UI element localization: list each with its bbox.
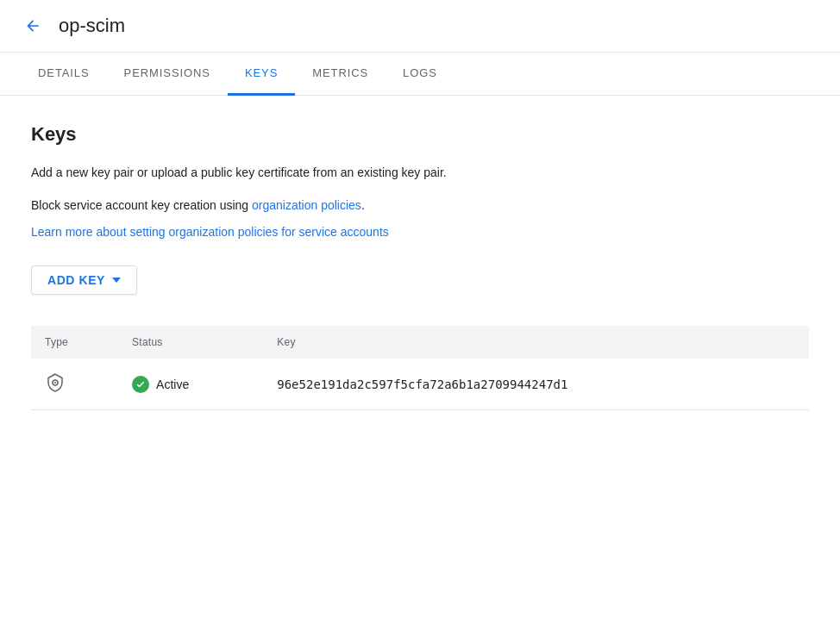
learn-more-link[interactable]: Learn more about setting organization po…	[31, 222, 809, 241]
add-key-button[interactable]: ADD KEY	[31, 265, 137, 295]
json-key-icon	[45, 372, 66, 393]
tab-metrics[interactable]: METRICS	[295, 53, 386, 96]
header: op-scim	[0, 0, 840, 53]
keys-table: Type Status Key	[31, 326, 809, 410]
cell-type	[31, 359, 118, 410]
status-cell: Active	[132, 376, 249, 393]
status-check-icon	[132, 376, 149, 393]
tab-details[interactable]: DETAILS	[21, 53, 107, 96]
policy-text: Block service account key creation using…	[31, 196, 809, 215]
svg-point-1	[54, 382, 56, 384]
table-row: Active 96e52e191da2c597f5cfa72a6b1a27099…	[31, 359, 809, 410]
table-header-row: Type Status Key	[31, 326, 809, 359]
column-status: Status	[118, 326, 263, 359]
column-key: Key	[263, 326, 809, 359]
policy-prefix: Block service account key creation using	[31, 198, 252, 212]
main-content: Keys Add a new key pair or upload a publ…	[0, 96, 840, 438]
policy-suffix: .	[361, 198, 365, 212]
tab-permissions[interactable]: PERMISSIONS	[107, 53, 228, 96]
key-value: 96e52e191da2c597f5cfa72a6b1a2709944247d1	[277, 378, 567, 391]
tab-keys[interactable]: KEYS	[228, 53, 295, 96]
add-key-label: ADD KEY	[47, 273, 105, 287]
description-text: Add a new key pair or upload a public ke…	[31, 163, 809, 182]
back-button[interactable]	[21, 14, 45, 38]
tab-logs[interactable]: LOGS	[386, 53, 454, 96]
column-type: Type	[31, 326, 118, 359]
chevron-down-icon	[112, 278, 121, 283]
page-title: op-scim	[59, 15, 125, 37]
cell-status: Active	[118, 359, 263, 410]
organization-policies-link[interactable]: organization policies	[252, 198, 361, 212]
cell-key: 96e52e191da2c597f5cfa72a6b1a2709944247d1	[263, 359, 809, 410]
status-label: Active	[156, 378, 189, 391]
tabs-container: DETAILS PERMISSIONS KEYS METRICS LOGS	[0, 53, 840, 96]
section-title: Keys	[31, 123, 809, 146]
